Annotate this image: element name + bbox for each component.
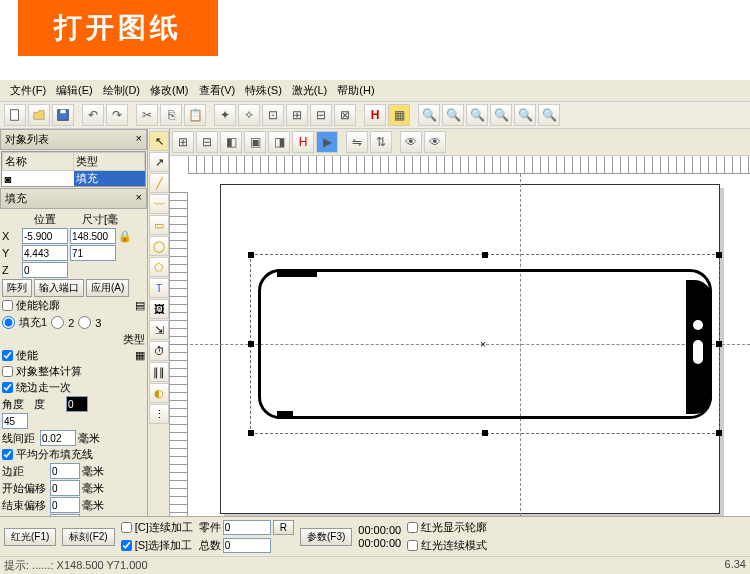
- timer-icon[interactable]: ⏱: [149, 341, 169, 361]
- curve-tool-icon[interactable]: 〰: [149, 194, 169, 214]
- snap2-icon[interactable]: ✧: [238, 104, 260, 126]
- lock-icon[interactable]: 🔒: [118, 230, 132, 243]
- zoom-all-icon[interactable]: 🔍: [514, 104, 536, 126]
- r-button[interactable]: R: [273, 520, 294, 535]
- rect-tool-icon[interactable]: ▭: [149, 215, 169, 235]
- line-tool-icon[interactable]: ╱: [149, 173, 169, 193]
- image-tool-icon[interactable]: 🖼: [149, 299, 169, 319]
- sel-process-check[interactable]: [121, 540, 132, 551]
- snap6-icon[interactable]: ⊠: [334, 104, 356, 126]
- col-type[interactable]: 类型: [74, 153, 145, 171]
- cont-process-check[interactable]: [121, 522, 132, 533]
- part-field[interactable]: [223, 520, 271, 535]
- zoom-sel-icon[interactable]: 🔍: [538, 104, 560, 126]
- endoff-field[interactable]: [50, 497, 80, 513]
- align-center-icon[interactable]: ▣: [244, 131, 266, 153]
- fill3-radio[interactable]: [78, 316, 91, 329]
- array-button[interactable]: 阵列: [2, 279, 32, 297]
- avg-dist-check[interactable]: [2, 449, 13, 460]
- close-icon[interactable]: ×: [136, 191, 142, 206]
- input-port-button[interactable]: 输入端口: [34, 279, 84, 297]
- menu-edit[interactable]: 编辑(E): [52, 82, 97, 99]
- col-name[interactable]: 名称: [3, 153, 74, 171]
- fill1-radio[interactable]: [2, 316, 15, 329]
- select-tool-icon[interactable]: ↖: [149, 131, 169, 151]
- handle-tc[interactable]: [482, 252, 488, 258]
- object-list[interactable]: 名称类型 ◙填充: [1, 151, 146, 187]
- mirror-v-icon[interactable]: ⇅: [370, 131, 392, 153]
- hatch-icon[interactable]: H: [364, 104, 386, 126]
- paste-icon[interactable]: 📋: [184, 104, 206, 126]
- vector-import-icon[interactable]: ⇲: [149, 320, 169, 340]
- copy-icon[interactable]: ⎘: [160, 104, 182, 126]
- menu-special[interactable]: 特殊(S): [241, 82, 286, 99]
- undo-icon[interactable]: ↶: [82, 104, 104, 126]
- zoom-in-icon[interactable]: 🔍: [418, 104, 440, 126]
- red-show-check[interactable]: [407, 522, 418, 533]
- save-icon[interactable]: [52, 104, 74, 126]
- menu-modify[interactable]: 修改(M): [146, 82, 193, 99]
- cut-icon[interactable]: ✂: [136, 104, 158, 126]
- menu-laser[interactable]: 激光(L): [288, 82, 331, 99]
- zoom-window-icon[interactable]: 🔍: [490, 104, 512, 126]
- zoom-fit-icon[interactable]: 🔍: [466, 104, 488, 126]
- enable-check[interactable]: [2, 350, 13, 361]
- snap4-icon[interactable]: ⊞: [286, 104, 308, 126]
- mirror-h-icon[interactable]: ⇋: [346, 131, 368, 153]
- z-field[interactable]: [22, 262, 68, 278]
- zoom-out-icon[interactable]: 🔍: [442, 104, 464, 126]
- new-icon[interactable]: [4, 104, 26, 126]
- open-icon[interactable]: [28, 104, 50, 126]
- align-right-icon[interactable]: ◨: [268, 131, 290, 153]
- handle-br[interactable]: [716, 430, 722, 436]
- polygon-tool-icon[interactable]: ⬠: [149, 257, 169, 277]
- spiral-icon[interactable]: ◐: [149, 383, 169, 403]
- handle-tl[interactable]: [248, 252, 254, 258]
- hatch-pattern-icon[interactable]: ▤: [135, 299, 145, 312]
- close-icon[interactable]: ×: [136, 132, 142, 147]
- height-field[interactable]: [70, 245, 116, 261]
- menu-file[interactable]: 文件(F): [6, 82, 50, 99]
- list-item[interactable]: ◙填充: [3, 171, 145, 187]
- enable-contour-check[interactable]: [2, 300, 13, 311]
- startoff-field[interactable]: [50, 480, 80, 496]
- snap5-icon[interactable]: ⊟: [310, 104, 332, 126]
- angle-field[interactable]: [2, 413, 28, 429]
- param-button[interactable]: 参数(F3): [300, 528, 352, 546]
- group-icon[interactable]: ⊞: [172, 131, 194, 153]
- hatch2-icon[interactable]: H: [292, 131, 314, 153]
- show-icon[interactable]: 👁: [400, 131, 422, 153]
- fill2-radio[interactable]: [51, 316, 64, 329]
- canvas[interactable]: ×: [170, 174, 750, 516]
- node-tool-icon[interactable]: ↗: [149, 152, 169, 172]
- barcode-icon[interactable]: ∥∥: [149, 362, 169, 382]
- hatch-type-icon[interactable]: ▦: [135, 349, 145, 362]
- y-field[interactable]: [22, 245, 68, 261]
- angle2-field[interactable]: [66, 396, 88, 412]
- mark-button[interactable]: 标刻(F2): [62, 528, 114, 546]
- handle-ml[interactable]: [248, 341, 254, 347]
- menu-help[interactable]: 帮助(H): [333, 82, 378, 99]
- phone-outline-object[interactable]: [258, 269, 712, 419]
- menu-draw[interactable]: 绘制(D): [99, 82, 144, 99]
- text-tool-icon[interactable]: T: [149, 278, 169, 298]
- edge-field[interactable]: [50, 463, 80, 479]
- walk-once-check[interactable]: [2, 382, 13, 393]
- redo-icon[interactable]: ↷: [106, 104, 128, 126]
- total-field[interactable]: [223, 538, 271, 553]
- snap1-icon[interactable]: ✦: [214, 104, 236, 126]
- redlight-button[interactable]: 红光(F1): [4, 528, 56, 546]
- handle-tr[interactable]: [716, 252, 722, 258]
- hide-icon[interactable]: 👁: [424, 131, 446, 153]
- more-icon[interactable]: ⋮: [149, 404, 169, 424]
- snap3-icon[interactable]: ⊡: [262, 104, 284, 126]
- handle-bc[interactable]: [482, 430, 488, 436]
- handle-bl[interactable]: [248, 430, 254, 436]
- ungroup-icon[interactable]: ⊟: [196, 131, 218, 153]
- preview-icon[interactable]: ▶: [316, 131, 338, 153]
- linegap-field[interactable]: [40, 430, 76, 446]
- red-cont-check[interactable]: [407, 540, 418, 551]
- menu-view[interactable]: 查看(V): [195, 82, 240, 99]
- width-field[interactable]: [70, 228, 116, 244]
- apply-button[interactable]: 应用(A): [86, 279, 129, 297]
